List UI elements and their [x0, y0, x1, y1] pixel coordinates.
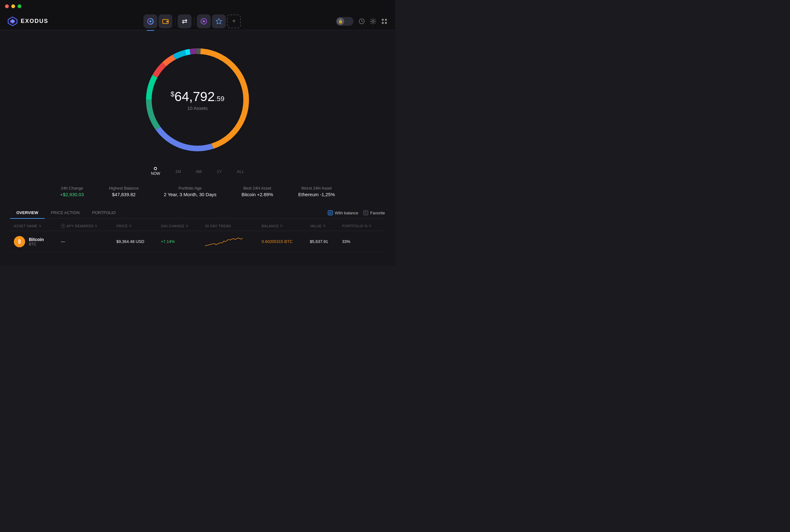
nav-right: 🔒 [336, 17, 388, 26]
table-header-row: ASSET NAME ⇅ ? APY REWARDS ⇅ PRICE ⇅ [10, 221, 385, 231]
td-asset-name: ₿ Bitcoin BTC [10, 231, 57, 252]
plus-icon: + [232, 18, 236, 25]
asset-count: 10 Assets [170, 106, 224, 111]
tab-portfolio[interactable]: PORTFOLIO [86, 207, 122, 219]
btc-icon: ₿ [14, 236, 25, 247]
settings-button[interactable] [370, 18, 376, 24]
tab-price-action[interactable]: PRICE ACTION [44, 207, 86, 219]
balance-value: 0.60205315 BTC [262, 239, 292, 244]
filter-with-balance-label: With balance [335, 211, 358, 215]
svg-point-9 [203, 21, 204, 22]
history-icon [359, 18, 365, 24]
lock-toggle[interactable]: 🔒 [336, 17, 354, 26]
stat-label-best: Best 24H Asset [242, 186, 273, 191]
sort-balance[interactable]: BALANCE ⇅ [262, 224, 283, 228]
filter-with-balance[interactable]: ✓ With balance [328, 210, 358, 215]
portfolio-value: $64,792.59 [170, 89, 224, 104]
stats-row: 24h Change +$2,930.03 Highest Balance $4… [45, 186, 350, 197]
filter-favorite[interactable]: Favorite [363, 210, 385, 215]
table-body: ₿ Bitcoin BTC — $9,364.48 USD +7.14% [10, 231, 385, 252]
sort-value[interactable]: VALUE ⇅ [310, 224, 326, 228]
apps-button[interactable] [381, 18, 388, 24]
sort-icon-apy: ⇅ [95, 224, 98, 228]
th-apy-rewards: ? APY REWARDS ⇅ [57, 221, 113, 231]
close-button[interactable] [5, 4, 9, 8]
sort-price[interactable]: PRICE ⇅ [116, 224, 132, 228]
th-portfolio-pct: PORTFOLIO % ⇅ [338, 221, 385, 231]
timeline-item-6m[interactable]: 6M [196, 169, 202, 174]
lock-icon: 🔒 [337, 18, 344, 25]
th-value: VALUE ⇅ [306, 221, 338, 231]
app-title: EXODUS [21, 18, 48, 24]
timeline-item-now[interactable]: NOW [151, 167, 160, 176]
title-bar [0, 0, 395, 13]
table-row[interactable]: ₿ Bitcoin BTC — $9,364.48 USD +7.14% [10, 231, 385, 252]
timeline-item-1y[interactable]: 1Y [217, 169, 222, 174]
minimize-button[interactable] [11, 4, 15, 8]
tab-overview[interactable]: OVERVIEW [10, 207, 44, 219]
nav-tab-earn[interactable] [212, 15, 226, 28]
th-24h-change: 24H CHANGE ⇅ [157, 221, 201, 231]
sort-icon-price: ⇅ [129, 224, 132, 228]
stat-label-24h: 24h Change [60, 186, 84, 191]
asset-name-text: Bitcoin [29, 237, 44, 242]
history-button[interactable] [359, 18, 365, 24]
stat-value-age: 2 Year, 3 Month, 30 Days [164, 192, 217, 197]
nav-center: + [48, 15, 336, 28]
stat-value-highest: $47,839.82 [109, 192, 139, 197]
sort-apy-rewards[interactable]: ? APY REWARDS ⇅ [61, 224, 98, 228]
apps-icon [381, 18, 388, 24]
th-balance: BALANCE ⇅ [258, 221, 306, 231]
wallet-icon [162, 18, 169, 25]
favorite-checkbox[interactable] [363, 210, 368, 215]
sort-icon-asset: ⇅ [39, 224, 42, 228]
nav-tab-exchange[interactable] [178, 15, 191, 28]
sort-icon-balance: ⇅ [280, 224, 283, 228]
td-portfolio-pct: 33% [338, 231, 385, 252]
svg-rect-15 [385, 22, 387, 24]
settings-icon [370, 18, 376, 24]
nav-tab-web3[interactable] [197, 15, 211, 28]
th-price: PRICE ⇅ [113, 221, 157, 231]
sort-portfolio-pct[interactable]: PORTFOLIO % ⇅ [342, 224, 372, 228]
stat-label-age: Portfolio Age [164, 186, 217, 191]
timeline-label-now: NOW [151, 171, 160, 176]
exodus-logo-icon [7, 16, 18, 26]
stat-value-worst: Ethereum -1,25% [298, 192, 335, 197]
main-content: $64,792.59 10 Assets NOW 1M 6M 1Y ALL 24… [0, 30, 395, 266]
sort-24h-change[interactable]: 24H CHANGE ⇅ [161, 224, 188, 228]
stat-portfolio-age: Portfolio Age 2 Year, 3 Month, 30 Days [164, 186, 217, 197]
currency-symbol: $ [170, 90, 174, 98]
svg-rect-12 [382, 19, 384, 21]
nav-separator-1 [175, 17, 175, 26]
help-icon[interactable]: ? [61, 224, 65, 228]
td-trend [201, 231, 258, 252]
td-value: $5,637.91 [306, 231, 338, 252]
donut-center: $64,792.59 10 Assets [170, 89, 224, 111]
td-apy: — [57, 231, 113, 252]
svg-point-4 [149, 20, 151, 22]
timeline-item-all[interactable]: ALL [237, 169, 244, 174]
chart-section: $64,792.59 10 Assets NOW 1M 6M 1Y ALL 24… [0, 30, 395, 197]
stat-highest-balance: Highest Balance $47,839.82 [109, 186, 139, 197]
sort-asset-name[interactable]: ASSET NAME ⇅ [14, 224, 41, 228]
nav-tab-wallet[interactable] [158, 15, 172, 28]
stat-worst-asset: Worst 24H Asset Ethereum -1,25% [298, 186, 335, 197]
table-header: ASSET NAME ⇅ ? APY REWARDS ⇅ PRICE ⇅ [10, 221, 385, 231]
web3-icon [200, 18, 207, 25]
header: EXODUS [0, 13, 395, 30]
sort-icon-portfolio: ⇅ [369, 224, 372, 228]
nav-tab-portfolio[interactable] [144, 15, 157, 28]
timeline-item-1m[interactable]: 1M [175, 169, 181, 174]
nav-add-button[interactable]: + [227, 15, 241, 28]
maximize-button[interactable] [18, 4, 21, 8]
asset-name-cell: ₿ Bitcoin BTC [14, 236, 53, 247]
table-tabs: OVERVIEW PRICE ACTION PORTFOLIO ✓ With b… [10, 207, 385, 219]
portfolio-icon [147, 18, 154, 25]
table-filters: ✓ With balance Favorite [328, 210, 385, 215]
th-asset-name: ASSET NAME ⇅ [10, 221, 57, 231]
asset-symbol-text: BTC [29, 242, 44, 246]
stat-24h-change: 24h Change +$2,930.03 [60, 186, 84, 197]
asset-table: ASSET NAME ⇅ ? APY REWARDS ⇅ PRICE ⇅ [10, 221, 385, 252]
with-balance-checkbox[interactable]: ✓ [328, 210, 333, 215]
